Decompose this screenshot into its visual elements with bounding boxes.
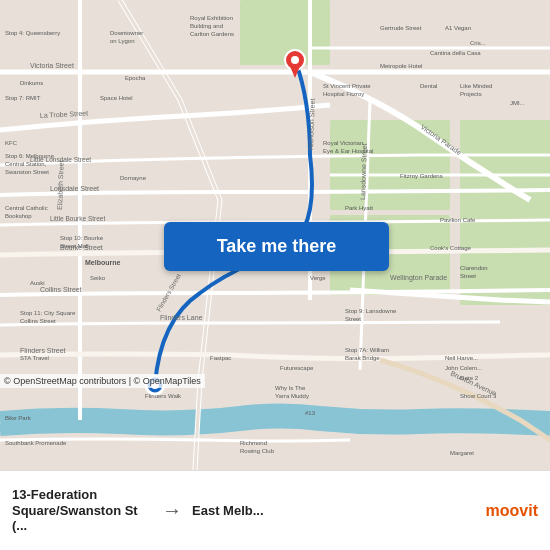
- take-me-there-button[interactable]: Take me there: [164, 222, 389, 271]
- svg-text:Little Bourke Street: Little Bourke Street: [50, 215, 105, 222]
- svg-text:Street Mall: Street Mall: [60, 243, 89, 249]
- svg-text:Margaret: Margaret: [450, 450, 474, 456]
- svg-text:Cook's Cottage: Cook's Cottage: [430, 245, 471, 251]
- svg-text:Downtowner: Downtowner: [110, 30, 143, 36]
- svg-text:A1 Vegan: A1 Vegan: [445, 25, 471, 31]
- svg-text:Dental: Dental: [420, 83, 437, 89]
- svg-text:Stop 7A: William: Stop 7A: William: [345, 347, 389, 353]
- svg-text:STA Travel: STA Travel: [20, 355, 49, 361]
- svg-text:Cris...: Cris...: [470, 40, 486, 46]
- svg-text:Show Court 3: Show Court 3: [460, 393, 497, 399]
- svg-text:Street: Street: [460, 273, 476, 279]
- svg-text:Stop 10: Bourke: Stop 10: Bourke: [60, 235, 104, 241]
- moovit-brand-name: moovit: [486, 502, 538, 520]
- svg-text:Verge: Verge: [310, 275, 326, 281]
- svg-text:JMI...: JMI...: [510, 100, 525, 106]
- svg-text:Seiko: Seiko: [90, 275, 106, 281]
- svg-text:Stop 9: Lansdowne: Stop 9: Lansdowne: [345, 308, 397, 314]
- svg-text:Richmond: Richmond: [240, 440, 267, 446]
- svg-text:Building and: Building and: [190, 23, 223, 29]
- svg-text:on Lygon: on Lygon: [110, 38, 134, 44]
- svg-text:KFC: KFC: [5, 140, 18, 146]
- svg-text:Royal Exhibition: Royal Exhibition: [190, 15, 233, 21]
- map-attribution: © OpenStreetMap contributors | © OpenMap…: [0, 374, 205, 388]
- svg-text:#13: #13: [305, 410, 316, 416]
- svg-text:Bike Park: Bike Park: [5, 415, 32, 421]
- origin-station: 13-Federation Square/Swanston St (...: [12, 487, 152, 534]
- svg-text:Auski: Auski: [30, 280, 45, 286]
- svg-text:Futurescape: Futurescape: [280, 365, 314, 371]
- svg-text:Projects: Projects: [460, 91, 482, 97]
- svg-text:Stop 6: Melbourne: Stop 6: Melbourne: [5, 153, 55, 159]
- svg-text:Fitzroy Gardens: Fitzroy Gardens: [400, 173, 443, 179]
- svg-text:Hospital Fitzroy: Hospital Fitzroy: [323, 91, 364, 97]
- svg-text:Gate 2: Gate 2: [460, 375, 479, 381]
- map-area: Victoria Street La Trobe Street Little L…: [0, 0, 550, 470]
- svg-text:Flinders Street: Flinders Street: [20, 347, 66, 354]
- svg-text:St Vincent Private: St Vincent Private: [323, 83, 371, 89]
- svg-text:Gertrude Street: Gertrude Street: [380, 25, 422, 31]
- svg-text:Royal Victorian: Royal Victorian: [323, 140, 363, 146]
- svg-text:Yarra Muddy: Yarra Muddy: [275, 393, 309, 399]
- svg-text:Southbank Promenade: Southbank Promenade: [5, 440, 67, 446]
- svg-text:Dornayne: Dornayne: [120, 175, 147, 181]
- app-container: Victoria Street La Trobe Street Little L…: [0, 0, 550, 550]
- svg-text:Fastpac: Fastpac: [210, 355, 231, 361]
- svg-text:Collins Street: Collins Street: [20, 318, 56, 324]
- svg-text:Swanston Street: Swanston Street: [5, 169, 49, 175]
- svg-text:Wellington Parade: Wellington Parade: [390, 274, 447, 282]
- route-arrow-icon: →: [162, 499, 182, 522]
- svg-text:Epocha: Epocha: [125, 75, 146, 81]
- svg-text:Cantina della Casa: Cantina della Casa: [430, 50, 481, 56]
- svg-text:Why Is The: Why Is The: [275, 385, 306, 391]
- svg-text:Carlton Gardens: Carlton Gardens: [190, 31, 234, 37]
- svg-text:Rowing Club: Rowing Club: [240, 448, 275, 454]
- svg-text:Bookshop: Bookshop: [5, 213, 32, 219]
- svg-text:Melbourne: Melbourne: [85, 259, 120, 266]
- svg-text:Stop 11: City Square: Stop 11: City Square: [20, 310, 76, 316]
- svg-text:Stop 7: RMIT: Stop 7: RMIT: [5, 95, 41, 101]
- svg-text:Neil Harve...: Neil Harve...: [445, 355, 478, 361]
- svg-text:Street: Street: [345, 316, 361, 322]
- svg-text:Barak Bridge: Barak Bridge: [345, 355, 380, 361]
- svg-text:Central Catholic: Central Catholic: [5, 205, 48, 211]
- bottom-bar: 13-Federation Square/Swanston St (... → …: [0, 470, 550, 550]
- svg-text:Space Hotel: Space Hotel: [100, 95, 133, 101]
- moovit-logo: moovit: [486, 502, 538, 520]
- svg-text:Central Station,: Central Station,: [5, 161, 47, 167]
- svg-text:Stop 4: Queensberry: Stop 4: Queensberry: [5, 30, 60, 36]
- svg-text:Park Hyatt: Park Hyatt: [345, 205, 373, 211]
- svg-text:Flinders Lane: Flinders Lane: [160, 314, 203, 321]
- svg-text:Like Minded: Like Minded: [460, 83, 492, 89]
- svg-text:Dinkums: Dinkums: [20, 80, 43, 86]
- svg-text:Victoria Street: Victoria Street: [30, 62, 74, 69]
- svg-text:Eye & Ear Hospital: Eye & Ear Hospital: [323, 148, 373, 154]
- destination-station: East Melb...: [192, 503, 264, 519]
- svg-text:Collins Street: Collins Street: [40, 286, 82, 293]
- route-info: 13-Federation Square/Swanston St (... → …: [12, 487, 486, 534]
- svg-rect-4: [240, 0, 330, 65]
- svg-point-91: [291, 56, 299, 64]
- svg-text:Metropole Hotel: Metropole Hotel: [380, 63, 422, 69]
- svg-text:Clarendon: Clarendon: [460, 265, 488, 271]
- svg-text:Pavilion Cafe: Pavilion Cafe: [440, 217, 476, 223]
- svg-text:John Colem...: John Colem...: [445, 365, 482, 371]
